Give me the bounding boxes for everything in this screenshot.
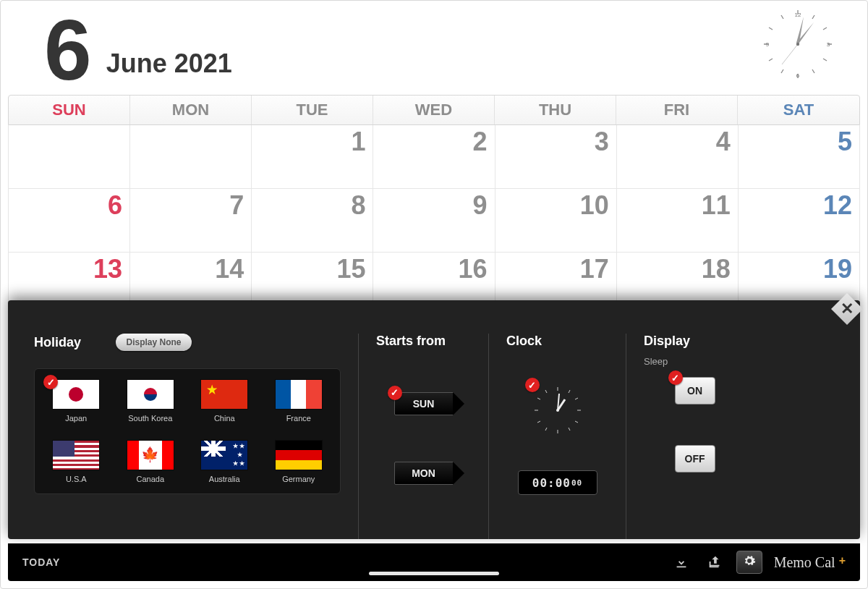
flag-label: Australia [196, 475, 253, 483]
check-icon: ✓ [525, 378, 540, 392]
svg-point-27 [556, 409, 559, 412]
calendar-cell[interactable] [9, 125, 130, 189]
month-title: June 2021 [106, 48, 232, 79]
section-clock: Clock ✓00:0000 [488, 334, 626, 539]
svg-line-8 [781, 69, 783, 73]
calendar-header: 6 June 2021 12 3 6 9 [1, 1, 867, 95]
clock-numeral-9: 9 [766, 41, 770, 48]
month-number: 6 [44, 18, 89, 82]
check-icon: ✓ [668, 370, 683, 385]
day-number: 5 [838, 127, 852, 157]
svg-line-4 [812, 15, 814, 19]
settings-button[interactable] [736, 551, 762, 574]
clock-option-digital[interactable]: 00:0000 [518, 470, 597, 495]
app-brand: Memo Cal + [774, 554, 846, 571]
day-number: 14 [215, 254, 244, 284]
calendar-cell[interactable]: 9 [373, 189, 495, 253]
clock-title: Clock [506, 334, 608, 349]
display-subtitle: Sleep [644, 356, 746, 367]
svg-line-24 [545, 390, 547, 393]
flag-ca[interactable]: 🍁Canada [122, 440, 179, 483]
weekday-sun: SUN [9, 96, 130, 124]
section-holiday: Holiday Display None Japan✓South KoreaCh… [25, 334, 358, 539]
share-icon[interactable] [705, 552, 725, 572]
flag-label: South Korea [122, 414, 179, 423]
day-number: 17 [580, 254, 609, 284]
day-number: 16 [459, 254, 488, 284]
calendar-cell[interactable]: 8 [252, 189, 373, 253]
flag-fr[interactable]: France [271, 379, 328, 423]
day-number: 8 [351, 190, 365, 221]
weekday-tue: TUE [252, 96, 373, 124]
day-number: 10 [580, 190, 609, 221]
display-off-button[interactable]: OFF [675, 445, 715, 473]
calendar-cell[interactable]: 12 [739, 189, 860, 253]
weekday-wed: WED [373, 96, 495, 124]
check-icon: ✓ [388, 386, 402, 400]
svg-point-12 [796, 43, 799, 46]
download-icon[interactable] [671, 552, 692, 572]
holiday-title: Holiday [34, 335, 81, 349]
calendar-cell[interactable]: 1 [252, 125, 373, 189]
day-number: 9 [473, 190, 488, 221]
settings-panel: ✕ Holiday Display None Japan✓South Korea… [8, 300, 860, 539]
calendar-cell[interactable]: 4 [617, 125, 739, 189]
flag-icon [127, 379, 174, 410]
flag-kr[interactable]: South Korea [122, 379, 179, 423]
app-frame: 6 June 2021 12 3 6 9 [0, 0, 868, 589]
day-number: 11 [702, 190, 731, 221]
svg-line-11 [781, 15, 783, 19]
analog-clock: 12 3 6 9 [762, 8, 834, 80]
svg-line-22 [537, 421, 540, 423]
svg-line-18 [575, 398, 578, 399]
flag-jp[interactable]: Japan✓ [48, 379, 105, 423]
day-number: 7 [229, 190, 244, 221]
display-none-button[interactable]: Display None [116, 334, 191, 351]
weekday-sat: SAT [738, 96, 859, 124]
flag-cn[interactable]: China [196, 379, 253, 423]
day-number: 1 [351, 127, 365, 157]
clock-numeral-12: 12 [795, 12, 801, 18]
calendar-cell[interactable]: 7 [130, 189, 252, 253]
flag-de[interactable]: Germany [271, 440, 328, 483]
flag-icon [52, 440, 100, 470]
bottom-toolbar: TODAY Memo Cal + [8, 543, 860, 581]
svg-line-9 [769, 59, 773, 61]
svg-line-10 [769, 27, 773, 30]
weekday-mon: MON [130, 96, 252, 124]
svg-line-20 [569, 428, 570, 431]
display-on-button[interactable]: ON✓ [675, 377, 715, 404]
brand-plus: + [839, 554, 846, 567]
day-number: 18 [702, 254, 731, 284]
weekday-header: SUN MON TUE WED THU FRI SAT [8, 95, 860, 125]
clock-numeral-6: 6 [796, 72, 800, 79]
gear-icon [743, 554, 756, 571]
flag-au[interactable]: Australia [196, 440, 253, 483]
flag-icon [275, 379, 323, 410]
flag-label: China [196, 414, 253, 423]
calendar-cell[interactable]: 11 [617, 189, 739, 253]
startsfrom-sun[interactable]: SUN✓ [394, 392, 454, 415]
day-number: 15 [336, 254, 365, 284]
home-indicator[interactable] [369, 572, 499, 575]
weekday-thu: THU [495, 96, 616, 124]
day-number: 19 [823, 254, 852, 284]
section-display: Display Sleep ON✓OFF [626, 334, 763, 539]
day-number: 3 [595, 127, 609, 157]
day-number: 2 [473, 127, 488, 157]
today-button[interactable]: TODAY [22, 556, 60, 568]
weekday-fri: FRI [616, 96, 738, 124]
calendar-cell[interactable]: 2 [373, 125, 495, 189]
calendar-cell[interactable]: 5 [739, 125, 860, 189]
calendar-cell[interactable]: 10 [495, 189, 617, 253]
calendar-cell[interactable]: 3 [495, 125, 617, 189]
startsfrom-mon[interactable]: MON [394, 462, 454, 485]
flag-icon [275, 440, 323, 470]
calendar-cell[interactable]: 6 [9, 189, 130, 253]
clock-second-hand [782, 44, 798, 64]
svg-line-21 [545, 428, 547, 431]
calendar-cell[interactable] [130, 125, 252, 189]
flag-label: Japan [48, 414, 105, 423]
flag-us[interactable]: U.S.A [48, 440, 105, 483]
clock-option-analog[interactable]: ✓ [532, 385, 583, 436]
